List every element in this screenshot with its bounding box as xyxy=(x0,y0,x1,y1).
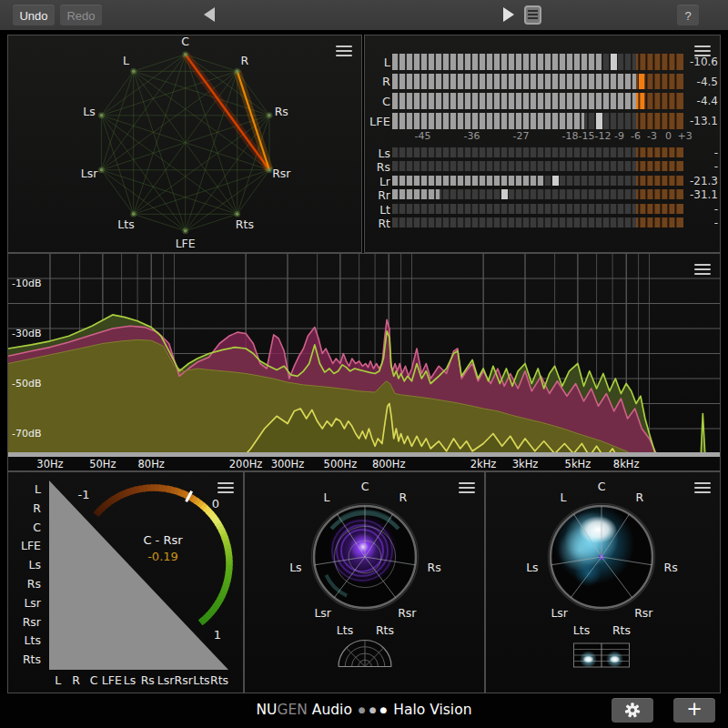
surround-distribution-panel: CLRLsRsLsrRsrLtsRts xyxy=(485,471,721,693)
step-back-icon[interactable] xyxy=(204,7,215,22)
meter-label: Lr xyxy=(367,175,390,188)
matrix-col-label: Rts xyxy=(210,673,228,687)
settings-button[interactable] xyxy=(612,698,653,723)
channel-label: Ls xyxy=(83,105,95,118)
menu-icon[interactable] xyxy=(459,482,475,494)
meter-value: -21.3 xyxy=(682,175,718,187)
matrix-row-label: Lts xyxy=(25,633,41,647)
matrix-col-label: Lsr xyxy=(157,673,175,687)
gauge-min-label: -1 xyxy=(78,488,90,501)
channel-label: Rts xyxy=(236,217,254,231)
channel-label: Lts xyxy=(337,623,353,637)
meter-bar xyxy=(392,217,683,228)
meter-label: Rs xyxy=(367,160,390,174)
menu-icon[interactable] xyxy=(694,264,711,276)
gauge-value: -0.19 xyxy=(147,550,178,563)
channel-label: Rts xyxy=(376,623,394,637)
channel-label: Rsr xyxy=(398,606,417,620)
meter-value: -10.6 xyxy=(682,56,718,68)
undo-button[interactable]: Undo xyxy=(13,5,55,25)
preset-list-icon[interactable] xyxy=(524,5,541,25)
meter-bar xyxy=(392,176,683,186)
meter-label: Rr xyxy=(367,188,390,202)
channel-label: C xyxy=(598,480,606,493)
brand-audio: Audio xyxy=(312,702,352,718)
matrix-row-label: C xyxy=(33,521,41,534)
freq-tick-label: 8kHz xyxy=(613,458,640,470)
brand-gen: GEN xyxy=(277,702,307,718)
channel-label: Ls xyxy=(526,561,538,574)
meter-bar xyxy=(392,161,683,171)
meter-label: L xyxy=(367,56,390,69)
channel-label: L xyxy=(123,54,129,67)
channel-label: Lts xyxy=(117,217,134,231)
meter-bar xyxy=(392,93,683,109)
footer-bar: NUGEN Audio ●●● Halo Vision + xyxy=(0,693,728,728)
surround-distribution-scope: CLRLsRsLsrRsrLtsRts xyxy=(486,472,720,693)
redo-button[interactable]: Redo xyxy=(60,5,102,25)
channel-label: Rs xyxy=(427,561,440,574)
matrix-row-label: Lsr xyxy=(24,596,41,610)
menu-icon[interactable] xyxy=(694,482,711,494)
db-tick-label: -70dB xyxy=(12,428,42,440)
matrix-col-label: Ls xyxy=(124,673,136,687)
channel-label: L xyxy=(324,490,330,504)
product-name: Halo Vision xyxy=(393,702,471,718)
meter-label: LFE xyxy=(367,115,390,128)
meter-bar xyxy=(392,147,683,157)
meter-value: -4.4 xyxy=(682,95,718,107)
meter-label: R xyxy=(367,75,390,88)
matrix-col-label: Lts xyxy=(193,673,209,687)
meter-value: - xyxy=(682,217,718,229)
db-tick-label: -50dB xyxy=(12,378,42,389)
add-panel-button[interactable]: + xyxy=(673,698,715,723)
surround-energy-panel: CLRLsRsLsrRsrLtsRts xyxy=(244,471,485,693)
freq-tick-label: 800Hz xyxy=(372,458,406,470)
meter-value: -13.1 xyxy=(682,115,718,127)
channel-label: Lts xyxy=(573,623,590,637)
matrix-row-label: R xyxy=(33,501,41,515)
correlation-matrix-chart: LLRRCCLFELFELsLsRsRsLsrLsrRsrRsrLtsLtsRt… xyxy=(8,472,243,693)
play-forward-icon[interactable] xyxy=(503,7,514,22)
level-meters-panel: L-10.6R-4.5C-4.4LFE-13.1-45-36-27-18-15-… xyxy=(364,35,721,253)
meter-bar xyxy=(392,113,683,129)
matrix-row-label: Rs xyxy=(27,577,41,591)
height-dome-display xyxy=(339,641,391,667)
matrix-col-label: Rsr xyxy=(175,673,194,687)
channel-label: Rsr xyxy=(272,167,291,180)
matrix-col-label: L xyxy=(55,673,61,687)
matrix-row-label: L xyxy=(35,482,41,496)
gauge-zero-label: 0 xyxy=(212,497,219,511)
meter-value: - xyxy=(682,147,718,159)
meter-label: C xyxy=(367,95,390,108)
meter-bar xyxy=(392,189,683,199)
freq-tick-label: 300Hz xyxy=(271,458,305,470)
spectrum-chart: 30Hz50Hz80Hz200Hz300Hz500Hz800Hz2kHz3kHz… xyxy=(8,254,720,470)
meter-bar xyxy=(392,54,683,70)
meter-bar xyxy=(392,204,683,214)
channel-label: Lsr xyxy=(81,167,98,180)
matrix-row-label: Ls xyxy=(29,558,41,571)
halo-vision-window: Undo Redo ? CRRsRsrRtsLFELtsLsrLsL L-10.… xyxy=(0,0,728,728)
brand-dots: ●●● xyxy=(357,702,389,718)
matrix-row-label: Rts xyxy=(23,652,41,666)
channel-label: Rs xyxy=(663,561,677,574)
surround-energy-scope: CLRLsRsLsrRsrLtsRts xyxy=(245,472,484,693)
matrix-col-label: LFE xyxy=(102,673,122,687)
level-meters: L-10.6R-4.5C-4.4LFE-13.1-45-36-27-18-15-… xyxy=(365,35,720,252)
channel-label: Lsr xyxy=(551,606,568,620)
help-button[interactable]: ? xyxy=(677,5,699,25)
channel-label: Lsr xyxy=(314,606,331,620)
matrix-col-label: C xyxy=(90,673,98,687)
meter-label: Lt xyxy=(367,203,390,217)
channel-label: Rts xyxy=(612,623,631,637)
freq-tick-label: 3kHz xyxy=(512,458,539,470)
matrix-row-label: Rsr xyxy=(23,615,42,629)
menu-icon[interactable] xyxy=(336,46,352,57)
channel-label: C xyxy=(181,35,189,48)
menu-icon[interactable] xyxy=(694,46,711,57)
freq-tick-label: 500Hz xyxy=(324,458,358,470)
menu-icon[interactable] xyxy=(217,482,234,494)
meter-label: Ls xyxy=(367,147,390,160)
correlation-web-chart: CRRsRsrRtsLFELtsLsrLsL xyxy=(8,35,363,254)
